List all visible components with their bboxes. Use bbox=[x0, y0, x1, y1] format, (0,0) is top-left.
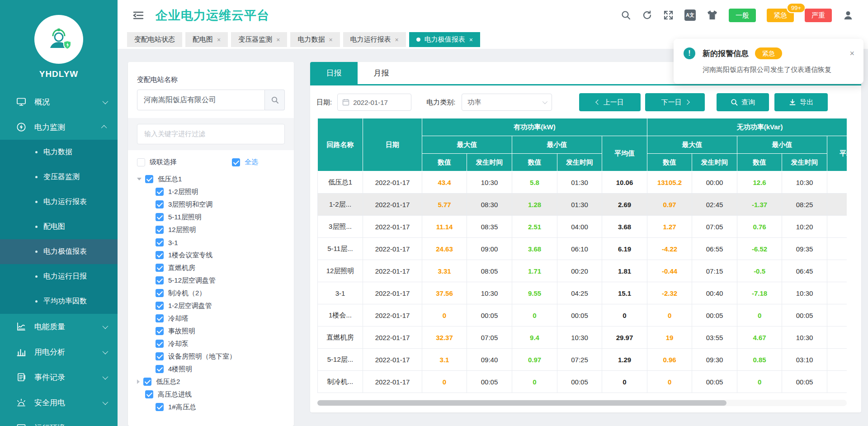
sidebar-subitem-电力极值报表[interactable]: 电力极值报表 bbox=[0, 239, 118, 264]
translate-icon[interactable]: A文 bbox=[684, 9, 696, 21]
sidebar-item-概况[interactable]: 概况 bbox=[0, 89, 118, 114]
date-picker[interactable]: 2022-01-17 bbox=[337, 94, 411, 111]
tab-电力运行报表[interactable]: 电力运行报表× bbox=[343, 32, 406, 47]
caret-right-icon[interactable] bbox=[137, 379, 140, 384]
table-row-3-1[interactable]: 3-12022-01-1737.5610:309.5504:2515.1-2.3… bbox=[318, 282, 847, 304]
tree-checkbox[interactable] bbox=[156, 403, 164, 411]
report-tab-日报[interactable]: 日报 bbox=[310, 62, 358, 84]
power-type-select[interactable]: 功率 bbox=[462, 94, 552, 111]
fullscreen-icon[interactable] bbox=[663, 10, 674, 20]
export-button[interactable]: 导出 bbox=[774, 93, 828, 111]
tree-checkbox[interactable] bbox=[156, 238, 164, 246]
table-row-1楼会...[interactable]: 1楼会...2022-01-17000:05000:050000:05000:0… bbox=[318, 304, 847, 327]
tree-node-设备房照明（地下室）[interactable]: 设备房照明（地下室） bbox=[128, 350, 294, 363]
tab-变压器监测[interactable]: 变压器监测× bbox=[231, 32, 287, 47]
tree-checkbox[interactable] bbox=[156, 289, 164, 297]
tree-node-1#高压总[interactable]: 1#高压总 bbox=[128, 401, 294, 413]
tree-node-低压总2[interactable]: 低压总2 bbox=[128, 375, 294, 388]
alarm-badge-urgent[interactable]: 紧急 99+ bbox=[767, 9, 794, 22]
menu-fold-icon[interactable] bbox=[133, 10, 144, 20]
tree-checkbox[interactable] bbox=[156, 352, 164, 360]
tab-电力极值报表[interactable]: 电力极值报表× bbox=[409, 32, 480, 47]
tree-checkbox[interactable] bbox=[156, 340, 164, 348]
close-icon[interactable]: × bbox=[217, 36, 221, 43]
table-row-低压总1[interactable]: 低压总12022-01-1743.410:305.801:3010.061310… bbox=[318, 171, 847, 194]
tree-node-冷却泵[interactable]: 冷却泵 bbox=[128, 337, 294, 350]
tree-node-5-11层照明[interactable]: 5-11层照明 bbox=[128, 211, 294, 223]
tree-checkbox[interactable] bbox=[156, 188, 164, 196]
refresh-icon[interactable] bbox=[642, 10, 652, 20]
prev-day-button[interactable]: 上一日 bbox=[579, 93, 641, 111]
tree-node-1楼会议室专线[interactable]: 1楼会议室专线 bbox=[128, 249, 294, 261]
table-row-直燃机房[interactable]: 直燃机房2022-01-1732.3707:059.410:3029.97190… bbox=[318, 327, 847, 349]
table-row-制冷机...[interactable]: 制冷机...2022-01-17000:05000:050000:05000:0… bbox=[318, 371, 847, 393]
search-icon[interactable] bbox=[621, 10, 631, 20]
tab-电力数据[interactable]: 电力数据× bbox=[290, 32, 340, 47]
tree-checkbox[interactable] bbox=[156, 226, 164, 234]
cascade-checkbox[interactable] bbox=[137, 158, 145, 166]
tree-node-高压总进线[interactable]: 高压总进线 bbox=[128, 388, 294, 401]
tab-配电图[interactable]: 配电图× bbox=[185, 32, 228, 47]
horizontal-scrollbar-thumb[interactable] bbox=[317, 400, 726, 406]
tree-checkbox[interactable] bbox=[156, 302, 164, 310]
sidebar-subitem-变压器监测[interactable]: 变压器监测 bbox=[0, 165, 118, 189]
alarm-badge-severe[interactable]: 严重 bbox=[805, 9, 832, 22]
select-all-label[interactable]: 全选 bbox=[245, 158, 258, 166]
tree-checkbox[interactable] bbox=[156, 213, 164, 221]
sidebar-item-运行环境[interactable]: 运行环境 bbox=[0, 415, 118, 426]
tree-node-制冷机（2）[interactable]: 制冷机（2） bbox=[128, 287, 294, 299]
sidebar-subitem-电力运行日报[interactable]: 电力运行日报 bbox=[0, 264, 118, 289]
sidebar-subitem-平均功率因数[interactable]: 平均功率因数 bbox=[0, 289, 118, 314]
tree-node-3-1[interactable]: 3-1 bbox=[128, 236, 294, 249]
next-day-button[interactable]: 下一日 bbox=[645, 93, 705, 111]
tree-checkbox[interactable] bbox=[156, 264, 164, 272]
query-button[interactable]: 查询 bbox=[717, 93, 769, 111]
tree-checkbox[interactable] bbox=[156, 314, 164, 322]
tree-checkbox[interactable] bbox=[156, 251, 164, 259]
close-icon[interactable]: × bbox=[276, 36, 280, 43]
close-icon[interactable]: × bbox=[329, 36, 332, 43]
tree-node-事故照明[interactable]: 事故照明 bbox=[128, 325, 294, 337]
table-row-1-2层...[interactable]: 1-2层...2022-01-175.7708:301.2801:302.690… bbox=[318, 194, 847, 216]
user-icon[interactable] bbox=[843, 10, 854, 21]
tree-node-4楼照明[interactable]: 4楼照明 bbox=[128, 363, 294, 375]
tree-node-1-2层照明[interactable]: 1-2层照明 bbox=[128, 185, 294, 198]
tree-checkbox[interactable] bbox=[145, 175, 153, 183]
station-search-input[interactable]: 河南嵩阳饭店有限公司 bbox=[137, 90, 265, 110]
tree-checkbox[interactable] bbox=[143, 378, 151, 386]
sidebar-subitem-电力运行报表[interactable]: 电力运行报表 bbox=[0, 189, 118, 214]
alarm-badge-general[interactable]: 一般 bbox=[729, 9, 756, 22]
theme-icon[interactable] bbox=[707, 10, 718, 20]
sidebar-item-用电分析[interactable]: 用电分析 bbox=[0, 339, 118, 364]
tree-checkbox[interactable] bbox=[156, 365, 164, 373]
close-icon[interactable]: × bbox=[469, 36, 473, 43]
tree-node-直燃机房[interactable]: 直燃机房 bbox=[128, 261, 294, 274]
select-all-checkbox[interactable] bbox=[232, 158, 240, 166]
table-row-3层照...[interactable]: 3层照...2022-01-1711.1408:352.5104:003.681… bbox=[318, 216, 847, 238]
tree-node-冷却塔[interactable]: 冷却塔 bbox=[128, 312, 294, 325]
sidebar-subitem-配电图[interactable]: 配电图 bbox=[0, 214, 118, 239]
tree-node-12层照明[interactable]: 12层照明 bbox=[128, 223, 294, 236]
table-row-12层照明[interactable]: 12层照明2022-01-173.3108:051.7100:201.81-0.… bbox=[318, 260, 847, 282]
close-icon[interactable]: × bbox=[395, 36, 399, 43]
table-row-5-12层...[interactable]: 5-12层...2022-01-173.109:400.9707:251.290… bbox=[318, 349, 847, 371]
tree-node-1-2层空调盘管[interactable]: 1-2层空调盘管 bbox=[128, 299, 294, 312]
tree-node-低压总1[interactable]: 低压总1 bbox=[128, 173, 294, 185]
tree-checkbox[interactable] bbox=[156, 327, 164, 335]
tab-变配电站状态[interactable]: 变配电站状态 bbox=[127, 32, 182, 47]
station-search-button[interactable] bbox=[265, 90, 285, 110]
sidebar-item-电力监测[interactable]: 电力监测 bbox=[0, 114, 118, 140]
tree-checkbox[interactable] bbox=[156, 200, 164, 208]
table-row-5-11层...[interactable]: 5-11层...2022-01-1724.6309:003.6806:106.1… bbox=[318, 238, 847, 260]
sidebar-item-电能质量[interactable]: 电能质量 bbox=[0, 314, 118, 339]
tree-node-3层照明和空调[interactable]: 3层照明和空调 bbox=[128, 198, 294, 211]
sidebar-item-安全用电[interactable]: 安全用电 bbox=[0, 390, 118, 415]
tree-filter-input[interactable]: 输入关键字进行过滤 bbox=[137, 124, 285, 144]
tree-node-5-12层空调盘管[interactable]: 5-12层空调盘管 bbox=[128, 274, 294, 287]
sidebar-subitem-电力数据[interactable]: 电力数据 bbox=[0, 140, 118, 165]
caret-down-icon[interactable] bbox=[137, 178, 142, 180]
tree-checkbox[interactable] bbox=[145, 390, 153, 398]
close-icon[interactable]: × bbox=[849, 49, 854, 58]
report-tab-月报[interactable]: 月报 bbox=[358, 62, 405, 84]
tree-checkbox[interactable] bbox=[156, 276, 164, 284]
